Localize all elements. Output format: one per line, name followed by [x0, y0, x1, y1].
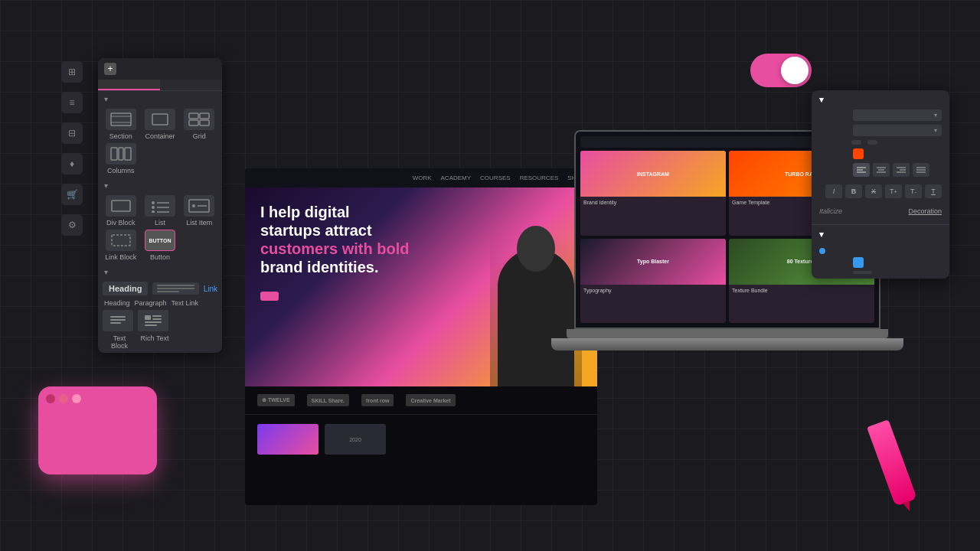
dot-green — [72, 394, 81, 403]
add-icon: + — [104, 63, 116, 75]
svg-point-16 — [152, 210, 155, 213]
side-icon-grid[interactable]: ⊞ — [61, 61, 83, 83]
basic-items-grid: Div Block List List Item Link Block BUTT… — [98, 192, 222, 264]
align-right-button[interactable] — [893, 163, 910, 177]
size-input[interactable] — [851, 140, 861, 145]
laptop-card-label-4: Texture Bundle — [729, 285, 874, 296]
element-link-block[interactable]: Link Block — [103, 230, 139, 261]
decoration-label[interactable]: Decoration — [908, 207, 942, 215]
heading-row: Heading Link — [103, 282, 217, 295]
link-block-label: Link Block — [105, 253, 136, 261]
strikethrough-button[interactable]: X — [865, 184, 882, 198]
svg-rect-6 — [189, 120, 198, 126]
element-section[interactable]: Section — [103, 109, 139, 140]
align-center-button[interactable] — [873, 163, 890, 177]
color-swatch[interactable] — [853, 148, 864, 159]
svg-rect-29 — [145, 324, 157, 326]
bg-color-swatch[interactable] — [853, 257, 864, 268]
weight-row: ▾ — [819, 125, 942, 136]
laptop-card-1: INSTAGRAM Brand Identity — [580, 151, 726, 236]
side-icon-diamond[interactable]: ♦ — [61, 153, 83, 174]
element-rich-text[interactable] — [138, 310, 168, 331]
layout-items-grid: Section Container Grid Columns — [98, 106, 222, 178]
font-selector[interactable]: ▾ — [853, 109, 942, 121]
list-item-icon — [184, 195, 214, 217]
element-columns[interactable]: Columns — [103, 143, 139, 174]
align-row — [819, 163, 942, 181]
gradient-dot — [819, 248, 825, 254]
bg-clip-selector[interactable] — [853, 271, 872, 274]
tab-elements[interactable] — [98, 80, 160, 90]
superscript-button[interactable]: T+ — [885, 184, 902, 198]
svg-rect-4 — [189, 113, 198, 119]
backgrounds-section — [812, 225, 949, 279]
element-container[interactable]: Container — [142, 109, 178, 140]
tab-layouts[interactable] — [160, 80, 222, 90]
text-block-row — [103, 310, 217, 331]
svg-rect-21 — [112, 235, 130, 246]
preview-headline: I help digital startups attract customer… — [260, 203, 582, 276]
preview-cta-button[interactable] — [260, 292, 279, 301]
svg-rect-23 — [110, 319, 126, 321]
font-dropdown-arrow: ▾ — [934, 112, 937, 119]
size-row — [819, 140, 942, 145]
style-buttons: I B X T+ T- T — [825, 184, 942, 198]
preview-nav: WORK ACADEMY COURSES RESOURCES SHOP — [245, 168, 597, 187]
section-icon — [106, 109, 136, 130]
typography-section-title — [819, 95, 942, 105]
height-input[interactable] — [867, 140, 877, 145]
svg-rect-0 — [111, 113, 131, 126]
svg-rect-27 — [152, 318, 162, 320]
preview-hero-text: I help digital startups attract customer… — [260, 203, 582, 371]
element-div-block[interactable]: Div Block — [103, 195, 139, 227]
list-label: List — [155, 219, 165, 227]
bg-color-row — [819, 257, 942, 268]
svg-point-12 — [152, 201, 155, 204]
grid-icon — [184, 109, 214, 130]
svg-rect-22 — [110, 316, 126, 318]
laptop-base — [551, 338, 903, 350]
dot-red — [46, 394, 55, 403]
weight-selector[interactable]: ▾ — [853, 125, 942, 136]
align-justify-button[interactable] — [913, 163, 929, 177]
element-link[interactable]: Link — [204, 285, 217, 293]
element-text-block[interactable] — [103, 310, 133, 331]
svg-rect-26 — [152, 315, 162, 317]
align-left-button[interactable] — [853, 163, 870, 177]
toggle-switch[interactable] — [750, 54, 812, 87]
laptop-card-3: Typo Blaster Typography — [580, 239, 726, 324]
side-icon-list[interactable]: ≡ — [61, 92, 83, 113]
bg-clip-row — [819, 271, 942, 274]
svg-point-14 — [152, 206, 155, 209]
weight-dropdown-arrow: ▾ — [934, 127, 937, 134]
underline-button[interactable]: T — [925, 184, 942, 198]
backgrounds-title — [819, 230, 942, 240]
element-list-item[interactable]: List Item — [181, 195, 217, 227]
element-paragraph-lines[interactable] — [152, 282, 198, 295]
paragraph-label: Paragraph — [135, 299, 167, 307]
element-list[interactable]: List — [142, 195, 178, 227]
list-item-label: List Item — [186, 219, 212, 227]
toggle-circle — [781, 57, 808, 84]
laptop-bottom-bezel — [567, 329, 888, 338]
container-label: Container — [145, 132, 175, 140]
side-icon-settings[interactable]: ⚙ — [61, 214, 83, 236]
rich-text-label: Rich Text — [139, 334, 170, 350]
svg-rect-7 — [200, 120, 209, 126]
element-heading[interactable]: Heading — [103, 282, 148, 295]
italic-button[interactable]: I — [825, 184, 842, 198]
nav-link-courses: COURSES — [480, 174, 511, 181]
webflow-preview-panel: WORK ACADEMY COURSES RESOURCES SHOP I he… — [245, 168, 597, 505]
element-button[interactable]: BUTTON Button — [142, 230, 178, 261]
svg-rect-24 — [110, 322, 121, 324]
subscript-button[interactable]: T- — [905, 184, 922, 198]
side-icon-cart[interactable]: 🛒 — [61, 184, 83, 205]
italicize-label: Italicize — [819, 207, 842, 215]
side-icon-bar: ⊞ ≡ ⊟ ♦ 🛒 ⚙ — [61, 61, 92, 236]
bold-button[interactable]: B — [845, 184, 862, 198]
svg-rect-5 — [200, 113, 209, 119]
typography-section: ▾ ▾ — [812, 90, 949, 225]
side-icon-layout[interactable]: ⊟ — [61, 122, 83, 144]
div-block-label: Div Block — [106, 219, 136, 227]
element-grid[interactable]: Grid — [181, 109, 217, 140]
